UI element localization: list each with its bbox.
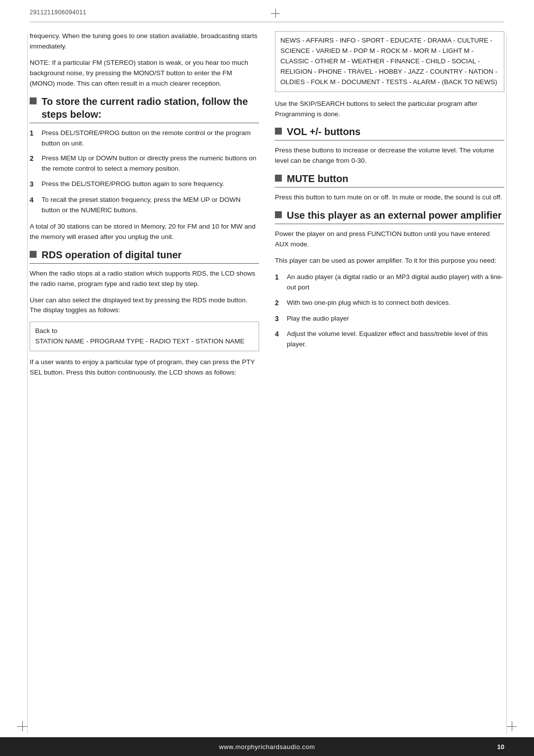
left-column: frequency. When the tuning goes to one s… [30, 31, 259, 384]
skip-search-para: Use the SKIP/SEARCH buttons to select th… [275, 99, 504, 120]
section5-heading: Use this player as an external power amp… [275, 209, 504, 224]
section2-heading: RDS operation of digital tuner [30, 248, 259, 264]
step3-text: Press the DEL/STORE/PROG button again to… [42, 179, 224, 189]
rds-para3: If a user wants to enjoy a particular ty… [30, 357, 259, 378]
amp-steps-list: 1 An audio player (a digital radio or an… [275, 272, 504, 350]
step2-text: Press MEM Up or DOWN button or directly … [42, 153, 259, 174]
list-item: 3 Press the DEL/STORE/PROG button again … [30, 179, 259, 190]
pty-list: NEWS - AFFAIRS - INFO - SPORT - EDUCATE … [275, 31, 504, 92]
section3-heading-text: VOL +/- buttons [287, 125, 360, 138]
footer-page: 10 [497, 743, 504, 751]
right-column: NEWS - AFFAIRS - INFO - SPORT - EDUCATE … [275, 31, 504, 384]
list-item: 4 Adjust the volume level. Equalizer eff… [275, 329, 504, 350]
footer: www.morphyrichardsaudio.com 10 [0, 737, 534, 756]
section1-heading: To store the current radio station, foll… [30, 95, 259, 123]
bottom-right-cross-icon [507, 721, 517, 731]
page: 2911211906094011 frequency. When the tun… [0, 0, 534, 756]
list-item: 1 Press DEL/STORE/PROG button on the rem… [30, 128, 259, 149]
vline-left [27, 35, 28, 734]
vline-right [506, 35, 507, 734]
amp-para1: Power the player on and press FUNCTION b… [275, 229, 504, 250]
content-area: frequency. When the tuning goes to one s… [0, 22, 534, 384]
header-cross-icon [271, 9, 280, 18]
doc-number: 2911211906094011 [30, 9, 87, 16]
list-item: 2 With two one-pin plug which is to conn… [275, 298, 504, 309]
amp-step4: Adjust the volume level. Equalizer effec… [287, 329, 504, 350]
list-item: 1 An audio player (a digital radio or an… [275, 272, 504, 293]
section5-heading-text: Use this player as an external power amp… [287, 209, 502, 222]
list-item: 3 Play the audio player [275, 314, 504, 325]
section3-icon [275, 128, 282, 135]
section3-heading: VOL +/- buttons [275, 125, 504, 141]
section5-icon [275, 211, 282, 218]
section1-heading-text: To store the current radio station, foll… [42, 95, 259, 121]
section4-icon [275, 175, 282, 182]
bottom-left-cross-icon [17, 721, 27, 731]
section1-icon [30, 97, 37, 104]
amp-step3: Play the audio player [287, 314, 349, 324]
intro-para-2: NOTE: If a particular FM (STEREO) statio… [30, 58, 259, 89]
step4-text: To recall the preset station frequency, … [42, 195, 259, 216]
intro-para-1: frequency. When the tuning goes to one s… [30, 31, 259, 52]
header: 2911211906094011 [0, 0, 534, 22]
store-steps-list: 1 Press DEL/STORE/PROG button on the rem… [30, 128, 259, 216]
amp-para2: This player can be used as power amplifi… [275, 256, 504, 266]
step1-text: Press DEL/STORE/PROG button on the remot… [42, 128, 259, 149]
section2-heading-text: RDS operation of digital tuner [42, 248, 181, 261]
amp-step1: An audio player (a digital radio or an M… [287, 272, 504, 293]
section4-heading-text: MUTE button [287, 172, 348, 185]
rds-box: Back toSTATION NAME - PROGRAM TYPE - RAD… [30, 322, 259, 351]
rds-box-text: Back toSTATION NAME - PROGRAM TYPE - RAD… [35, 327, 245, 345]
vol-para: Press these buttons to increase or decre… [275, 145, 504, 166]
section1-para-after: A total of 30 stations can be stored in … [30, 222, 259, 242]
section4-heading: MUTE button [275, 172, 504, 188]
section2-icon [30, 251, 37, 258]
rds-para1: When the radio stops at a radio station … [30, 269, 259, 289]
mute-para: Press this button to turn mute on or off… [275, 192, 504, 203]
rds-para2: User can also select the displayed text … [30, 295, 259, 316]
footer-url: www.morphyrichardsaudio.com [219, 743, 315, 751]
list-item: 4 To recall the preset station frequency… [30, 195, 259, 216]
amp-step2: With two one-pin plug which is to connec… [287, 298, 450, 308]
list-item: 2 Press MEM Up or DOWN button or directl… [30, 153, 259, 174]
